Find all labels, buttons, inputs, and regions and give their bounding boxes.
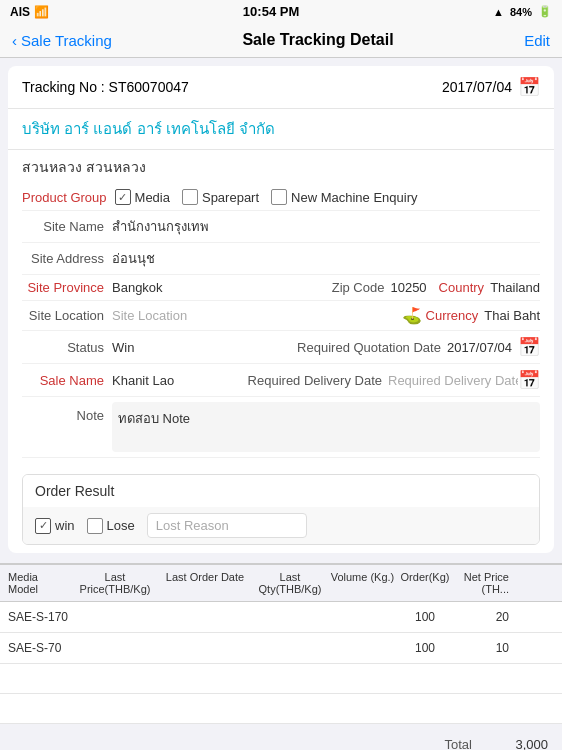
total-label: Total bbox=[408, 737, 488, 750]
form-area: Product Group ✓ Media Sparepart New Mach… bbox=[8, 184, 554, 466]
table-section: Media Model Last Price(THB/Kg) Last Orde… bbox=[0, 563, 562, 724]
checkbox-sparepart-box[interactable] bbox=[182, 189, 198, 205]
row2-order: 100 bbox=[395, 641, 455, 655]
site-name-value: สำนักงานกรุงเทพ bbox=[112, 216, 540, 237]
win-label: win bbox=[55, 518, 75, 533]
site-province-row: Site Province Bangkok Zip Code 10250 Cou… bbox=[22, 275, 540, 301]
th-model: Media Model bbox=[0, 571, 70, 595]
sale-name-value: Khanit Lao bbox=[112, 373, 174, 388]
total-value: 3,000 bbox=[488, 737, 548, 750]
product-group-checkboxes: ✓ Media Sparepart New Machine Enquiry bbox=[115, 189, 540, 205]
tracking-right: 2017/07/04 📅 bbox=[442, 76, 540, 98]
carrier-label: AIS bbox=[10, 5, 30, 19]
section-title: สวนหลวง สวนหลวง bbox=[8, 150, 554, 184]
status-label: Status bbox=[22, 340, 112, 355]
note-value[interactable]: ทดสอบ Note bbox=[112, 402, 540, 452]
order-result-title: Order Result bbox=[23, 475, 539, 507]
win-checkbox-box[interactable]: ✓ bbox=[35, 518, 51, 534]
row1-netprice: 20 bbox=[455, 610, 515, 624]
site-address-label: Site Address bbox=[22, 251, 112, 266]
main-content: Tracking No : ST60070047 2017/07/04 📅 บร… bbox=[8, 66, 554, 553]
time-label: 10:54 PM bbox=[243, 4, 299, 19]
back-button[interactable]: ‹ Sale Tracking bbox=[12, 32, 112, 49]
sale-name-label: Sale Name bbox=[22, 373, 112, 388]
product-group-row: Product Group ✓ Media Sparepart New Mach… bbox=[22, 184, 540, 211]
location-icon: ⛳ bbox=[402, 306, 426, 325]
req-delivery-input[interactable] bbox=[388, 373, 518, 388]
note-label: Note bbox=[22, 402, 112, 423]
company-section: บริษัท อาร์ แอนด์ อาร์ เทคโนโลยี จำกัด bbox=[8, 109, 554, 150]
product-group-label: Product Group bbox=[22, 190, 115, 205]
calendar-icon[interactable]: 📅 bbox=[518, 76, 540, 98]
table-row: SAE-S-170 100 20 bbox=[0, 602, 562, 633]
battery-icon: 🔋 bbox=[538, 5, 552, 18]
quotation-calendar-icon[interactable]: 📅 bbox=[518, 336, 540, 358]
country-value: Thailand bbox=[490, 280, 540, 295]
currency-label: Currency bbox=[426, 308, 485, 323]
lose-label: Lose bbox=[107, 518, 135, 533]
battery-label: 84% bbox=[510, 6, 532, 18]
row2-netprice: 10 bbox=[455, 641, 515, 655]
win-checkbox[interactable]: ✓ win bbox=[35, 518, 75, 534]
tracking-no: Tracking No : ST60070047 bbox=[22, 79, 189, 95]
checkbox-media-box[interactable]: ✓ bbox=[115, 189, 131, 205]
checkbox-sparepart-label: Sparepart bbox=[202, 190, 259, 205]
delivery-calendar-icon[interactable]: 📅 bbox=[518, 369, 540, 391]
site-location-row: Site Location ⛳ Currency Thai Baht bbox=[22, 301, 540, 331]
order-result-body: ✓ win Lose bbox=[23, 507, 539, 544]
lose-checkbox[interactable]: Lose bbox=[87, 518, 135, 534]
sale-name-inline: Khanit Lao Required Delivery Date 📅 bbox=[112, 369, 540, 391]
tracking-date: 2017/07/04 bbox=[442, 79, 512, 95]
sale-name-row: Sale Name Khanit Lao Required Delivery D… bbox=[22, 364, 540, 397]
checkbox-new-machine[interactable]: New Machine Enquiry bbox=[271, 189, 417, 205]
checkbox-sparepart[interactable]: Sparepart bbox=[182, 189, 259, 205]
edit-button[interactable]: Edit bbox=[524, 32, 550, 49]
th-order: Order(Kg) bbox=[395, 571, 455, 595]
wifi-icon: 📶 bbox=[34, 5, 49, 19]
req-quotation-label: Required Quotation Date bbox=[297, 340, 447, 355]
th-netprice: Net Price (TH... bbox=[455, 571, 515, 595]
row1-order: 100 bbox=[395, 610, 455, 624]
table-row-empty1 bbox=[0, 664, 562, 694]
site-province-label: Site Province bbox=[22, 280, 112, 295]
tracking-header: Tracking No : ST60070047 2017/07/04 📅 bbox=[8, 66, 554, 109]
checkbox-media[interactable]: ✓ Media bbox=[115, 189, 170, 205]
checkbox-media-label: Media bbox=[135, 190, 170, 205]
total-row: Total 3,000 bbox=[14, 732, 548, 750]
province-inline: Bangkok Zip Code 10250 Country Thailand bbox=[112, 280, 540, 295]
checkbox-new-machine-label: New Machine Enquiry bbox=[291, 190, 417, 205]
site-address-row: Site Address อ่อนนุช bbox=[22, 243, 540, 275]
order-result-section: Order Result ✓ win Lose bbox=[22, 474, 540, 545]
table-row-empty2 bbox=[0, 694, 562, 724]
note-row: Note ทดสอบ Note bbox=[22, 397, 540, 458]
currency-value: Thai Baht bbox=[484, 308, 540, 323]
checkbox-new-machine-box[interactable] bbox=[271, 189, 287, 205]
location-inline: ⛳ Currency Thai Baht bbox=[112, 306, 540, 325]
lose-checkbox-box[interactable] bbox=[87, 518, 103, 534]
nav-title: Sale Tracking Detail bbox=[242, 31, 393, 49]
row1-model: SAE-S-170 bbox=[0, 610, 70, 624]
checkmark-icon: ✓ bbox=[118, 191, 127, 204]
req-quotation-date: 2017/07/04 bbox=[447, 340, 518, 355]
th-lastqty: Last Qty(THB/Kg) bbox=[250, 571, 330, 595]
nav-bar: ‹ Sale Tracking Sale Tracking Detail Edi… bbox=[0, 23, 562, 58]
zip-code-value: 10250 bbox=[390, 280, 438, 295]
lost-reason-input[interactable] bbox=[147, 513, 307, 538]
status-value: Win bbox=[112, 340, 134, 355]
row2-model: SAE-S-70 bbox=[0, 641, 70, 655]
company-name: บริษัท อาร์ แอนด์ อาร์ เทคโนโลยี จำกัด bbox=[22, 117, 540, 141]
status-bar: AIS 📶 10:54 PM ▲ 84% 🔋 bbox=[0, 0, 562, 23]
chevron-left-icon: ‹ bbox=[12, 32, 17, 49]
country-label: Country bbox=[439, 280, 491, 295]
totals-section: Total 3,000 Discount 500 Net Total 2,500 bbox=[0, 724, 562, 750]
site-name-label: Site Name bbox=[22, 219, 112, 234]
status-right: ▲ 84% 🔋 bbox=[493, 5, 552, 18]
req-delivery-label: Required Delivery Date bbox=[248, 373, 388, 388]
site-location-input[interactable] bbox=[112, 308, 312, 323]
status-left: AIS 📶 bbox=[10, 5, 49, 19]
th-lastprice: Last Price(THB/Kg) bbox=[70, 571, 160, 595]
back-label: Sale Tracking bbox=[21, 32, 112, 49]
site-name-row: Site Name สำนักงานกรุงเทพ bbox=[22, 211, 540, 243]
location-icon: ▲ bbox=[493, 6, 504, 18]
status-row: Status Win Required Quotation Date 2017/… bbox=[22, 331, 540, 364]
